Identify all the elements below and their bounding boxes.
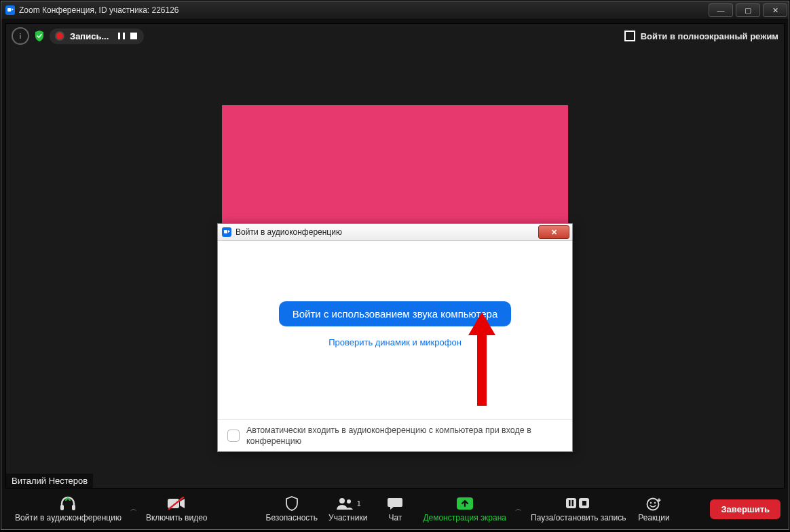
reactions-label: Реакции [638,513,669,522]
security-label: Безопасность [266,513,318,522]
window-close-button[interactable]: ✕ [763,3,787,17]
recording-indicator: Запись... [50,28,144,44]
svg-point-5 [347,499,351,504]
chat-button[interactable]: Чат [373,493,417,525]
enter-fullscreen-button[interactable]: Войти в полноэкранный режим [624,31,778,41]
svg-rect-1 [72,505,75,510]
dialog-body: Войти с использованием звука компьютера … [218,240,572,420]
recording-label: Запись... [70,31,109,41]
encryption-shield-icon[interactable] [35,31,44,41]
participants-icon: 1 [335,495,361,512]
app-window: Zoom Конференция, ID участника: 226126 —… [1,1,789,530]
chat-icon [387,495,403,512]
fullscreen-label: Войти в полноэкранный режим [641,31,778,41]
end-meeting-button[interactable]: Завершить [710,499,780,519]
svg-point-14 [654,502,656,504]
join-audio-dialog: Войти в аудиоконференцию ✕ Войти с испол… [217,223,573,452]
share-screen-icon [456,495,474,512]
join-audio-label: Войти в аудиоконференцию [15,513,121,522]
dialog-titlebar: Войти в аудиоконференцию ✕ [218,224,572,241]
headphones-icon [59,495,77,512]
audio-options-chevron[interactable]: ︿ [127,502,140,516]
svg-rect-9 [572,500,574,506]
security-button[interactable]: Безопасность [261,493,324,525]
join-computer-audio-label: Войти с использованием звука компьютера [293,308,497,320]
recording-dot-icon [56,33,63,39]
pause-stop-recording-label: Пауза/остановить запись [531,513,626,522]
svg-rect-7 [566,498,576,508]
participants-label: Участники [328,513,367,522]
participants-button[interactable]: 1 Участники [323,493,373,525]
end-meeting-label: Завершить [721,504,770,514]
auto-join-audio-checkbox[interactable] [227,430,240,442]
window-controls: — ▢ ✕ [707,3,789,17]
svg-rect-0 [60,505,64,510]
meeting-controls-bar: Войти в аудиоконференцию ︿ Включить виде… [1,489,789,529]
window-minimize-button[interactable]: — [709,3,733,17]
fullscreen-icon [624,31,635,41]
window-titlebar: Zoom Конференция, ID участника: 226126 —… [1,1,789,20]
pause-stop-recording-button[interactable]: Пауза/остановить запись [525,493,631,525]
share-screen-label: Демонстрация экрана [423,513,506,522]
video-off-icon [167,495,186,512]
recording-stop-button[interactable] [130,33,137,39]
window-maximize-button[interactable]: ▢ [736,3,760,17]
share-screen-button[interactable]: Демонстрация экрана [417,493,512,525]
start-video-button[interactable]: Включить видео [140,493,213,525]
reactions-icon [645,495,662,512]
meeting-info-button[interactable]: i [12,27,29,45]
participants-count-badge: 1 [357,499,361,508]
chat-label: Чат [388,513,402,522]
participant-name-tag: Виталий Нестеров [6,474,93,488]
join-audio-button[interactable]: Войти в аудиоконференцию [10,493,127,525]
security-shield-icon [285,495,299,512]
zoom-app-icon [5,5,15,15]
recording-pause-button[interactable] [118,33,125,39]
dialog-close-button[interactable]: ✕ [538,225,569,239]
dialog-title: Войти в аудиоконференцию [236,227,342,237]
meeting-top-toolbar: i Запись... Войти в полноэкранный режим [6,24,784,48]
svg-point-12 [647,499,659,510]
svg-rect-8 [569,500,571,506]
test-speaker-mic-link[interactable]: Проверить динамик и микрофон [328,337,462,347]
zoom-dialog-icon [222,227,231,237]
auto-join-audio-label: Автоматически входить в аудиоконференцию… [246,425,563,447]
start-video-label: Включить видео [146,513,208,522]
test-speaker-mic-label: Проверить динамик и микрофон [328,337,462,347]
svg-point-13 [650,502,652,504]
reactions-button[interactable]: Реакции [631,493,676,525]
svg-rect-2 [168,499,179,508]
window-title: Zoom Конференция, ID участника: 226126 [19,5,179,15]
pause-stop-icon [565,495,592,512]
dialog-footer: Автоматически входить в аудиоконференцию… [218,419,572,451]
join-computer-audio-button[interactable]: Войти с использованием звука компьютера [279,301,511,326]
svg-point-4 [339,498,345,504]
share-options-chevron[interactable]: ︿ [512,502,525,516]
svg-rect-11 [582,501,586,506]
